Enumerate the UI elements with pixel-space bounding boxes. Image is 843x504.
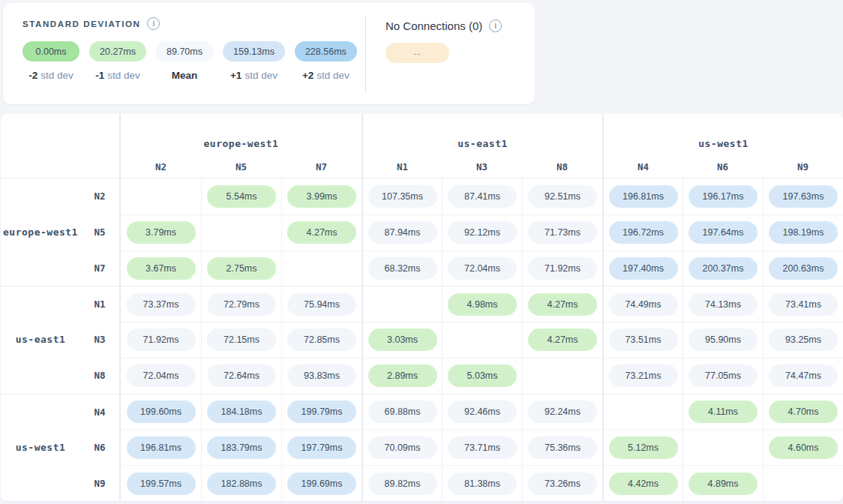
latency-pill[interactable]: 197.40ms xyxy=(609,257,678,280)
latency-pill[interactable]: 72.85ms xyxy=(287,328,356,351)
latency-pill[interactable]: 196.72ms xyxy=(609,221,678,244)
latency-pill[interactable]: 3.79ms xyxy=(127,221,196,244)
latency-pill[interactable]: 4.89ms xyxy=(688,472,758,495)
legend-scale-pill: 159.13ms xyxy=(223,41,285,62)
latency-pill[interactable]: 92.24ms xyxy=(528,400,597,423)
latency-pill[interactable]: 4.60ms xyxy=(769,436,838,459)
latency-pill[interactable]: 183.79ms xyxy=(207,436,276,459)
latency-pill[interactable]: 4.27ms xyxy=(287,221,356,244)
latency-pill[interactable]: 74.47ms xyxy=(769,364,838,387)
latency-cell: 4.42ms xyxy=(602,465,682,501)
column-group-region-label: europe-west1 xyxy=(121,114,362,156)
latency-cell: 4.89ms xyxy=(682,465,763,501)
latency-pill[interactable]: 95.90ms xyxy=(688,328,758,351)
latency-pill[interactable]: 4.70ms xyxy=(769,400,838,423)
column-node-label: N2 xyxy=(121,156,201,178)
latency-pill[interactable]: 72.04ms xyxy=(448,257,517,280)
latency-pill[interactable]: 196.17ms xyxy=(688,185,758,208)
latency-cell: 93.83ms xyxy=(281,358,362,394)
latency-pill[interactable]: 72.64ms xyxy=(207,364,276,387)
latency-cell: 73.21ms xyxy=(602,358,682,394)
latency-pill[interactable]: 5.54ms xyxy=(207,185,276,208)
info-icon[interactable]: i xyxy=(489,20,502,32)
latency-pill[interactable]: 71.73ms xyxy=(528,221,597,244)
latency-cell: 4.70ms xyxy=(763,394,843,430)
latency-pill[interactable]: 75.94ms xyxy=(287,293,356,316)
latency-pill[interactable]: 72.79ms xyxy=(207,293,276,316)
latency-cell: 5.03ms xyxy=(442,358,522,394)
latency-pill[interactable]: 5.03ms xyxy=(448,364,517,387)
legend-scale-label: +1std dev xyxy=(230,70,278,81)
latency-pill[interactable]: 196.81ms xyxy=(127,436,196,459)
latency-pill[interactable]: 5.12ms xyxy=(609,436,678,459)
latency-matrix-card: europe-west1us-east1us-west1N2N5N7N1N3N8… xyxy=(1,114,843,501)
latency-pill[interactable]: 74.49ms xyxy=(609,293,678,316)
legend-scale-item: 89.70ms Mean xyxy=(156,41,213,81)
latency-pill[interactable]: 71.92ms xyxy=(127,328,196,351)
latency-pill[interactable]: 200.63ms xyxy=(769,257,838,280)
latency-pill[interactable]: 89.82ms xyxy=(368,472,437,495)
latency-pill[interactable]: 182.88ms xyxy=(207,472,276,495)
latency-pill[interactable]: 196.81ms xyxy=(609,185,678,208)
row-node-label: N2 xyxy=(80,190,119,202)
latency-pill[interactable]: 200.37ms xyxy=(688,257,758,280)
latency-pill[interactable]: 197.64ms xyxy=(688,221,758,244)
latency-pill[interactable]: 3.03ms xyxy=(368,328,437,351)
latency-pill[interactable]: 73.21ms xyxy=(609,364,678,387)
legend-scale-pill: 228.56ms xyxy=(295,41,357,62)
latency-pill[interactable]: 73.37ms xyxy=(127,293,196,316)
latency-pill[interactable]: 77.05ms xyxy=(688,364,758,387)
latency-pill[interactable]: 92.46ms xyxy=(448,400,517,423)
latency-pill[interactable]: 199.69ms xyxy=(287,472,356,495)
legend-scale-label: -1std dev xyxy=(95,70,140,81)
latency-pill[interactable]: 81.38ms xyxy=(448,472,517,495)
latency-cell: 4.27ms xyxy=(522,322,602,358)
latency-cell: 199.57ms xyxy=(121,465,201,501)
row-node-label: N6 xyxy=(80,442,119,453)
latency-pill[interactable]: 3.99ms xyxy=(287,185,356,208)
latency-pill[interactable]: 4.98ms xyxy=(448,293,517,316)
latency-pill[interactable]: 4.27ms xyxy=(528,328,597,351)
latency-pill[interactable]: 73.41ms xyxy=(769,293,838,316)
latency-pill[interactable]: 198.19ms xyxy=(769,221,838,244)
latency-pill[interactable]: 74.13ms xyxy=(688,293,758,316)
latency-pill[interactable]: 2.89ms xyxy=(368,364,437,387)
latency-cell xyxy=(362,286,442,322)
latency-cell: 72.04ms xyxy=(121,358,201,394)
latency-pill[interactable]: 2.75ms xyxy=(207,257,276,280)
latency-pill[interactable]: 70.09ms xyxy=(368,436,437,459)
latency-pill[interactable]: 68.32ms xyxy=(368,257,437,280)
latency-pill[interactable]: 107.35ms xyxy=(368,185,437,208)
latency-cell xyxy=(763,465,843,501)
latency-pill[interactable]: 72.04ms xyxy=(127,364,196,387)
no-connections-section: No Connections (0) i -- xyxy=(386,20,502,63)
latency-pill[interactable]: 184.18ms xyxy=(207,400,276,423)
latency-pill[interactable]: 73.71ms xyxy=(448,436,517,459)
latency-pill[interactable]: 75.36ms xyxy=(528,436,597,459)
latency-pill[interactable]: 4.27ms xyxy=(528,293,597,316)
latency-pill[interactable]: 3.67ms xyxy=(127,257,196,280)
column-node-label: N8 xyxy=(522,156,602,178)
latency-pill[interactable]: 93.25ms xyxy=(769,328,838,351)
latency-pill[interactable]: 72.15ms xyxy=(207,328,276,351)
latency-pill[interactable]: 73.51ms xyxy=(609,328,678,351)
latency-pill[interactable]: 4.42ms xyxy=(609,472,678,495)
latency-pill[interactable]: 197.63ms xyxy=(769,185,838,208)
latency-pill[interactable]: 73.26ms xyxy=(528,472,597,495)
latency-pill[interactable]: 199.60ms xyxy=(127,400,196,423)
latency-pill[interactable]: 92.51ms xyxy=(528,185,597,208)
latency-cell: 196.81ms xyxy=(602,178,682,214)
latency-pill[interactable]: 71.92ms xyxy=(528,257,597,280)
info-icon[interactable]: i xyxy=(147,17,160,30)
latency-pill[interactable]: 87.94ms xyxy=(368,221,437,244)
latency-pill[interactable]: 199.57ms xyxy=(127,472,196,495)
latency-cell xyxy=(682,429,763,465)
latency-pill[interactable]: 87.41ms xyxy=(448,185,517,208)
latency-pill[interactable]: 69.88ms xyxy=(368,400,437,423)
latency-pill[interactable]: 199.79ms xyxy=(287,400,356,423)
latency-pill[interactable]: 197.79ms xyxy=(287,436,356,459)
latency-pill[interactable]: 92.12ms xyxy=(448,221,517,244)
legend-scale-pill: 20.27ms xyxy=(89,41,146,62)
latency-pill[interactable]: 93.83ms xyxy=(287,364,356,387)
latency-pill[interactable]: 4.11ms xyxy=(688,400,758,423)
